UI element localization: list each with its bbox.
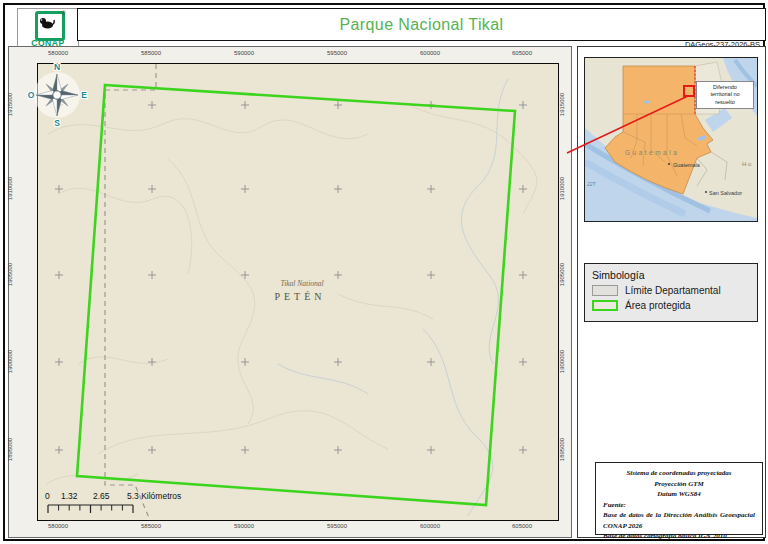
- conap-emblem-icon: [35, 11, 65, 41]
- legend-title: Simbología: [592, 269, 757, 281]
- inset-city-label: Guatemala: [673, 162, 701, 168]
- conap-logo: ® CONAP: [17, 8, 79, 49]
- departmental-limit-line: [105, 64, 156, 520]
- map-graphics: Tikal National PETÉN: [38, 64, 558, 520]
- scale-bar: 0 1.32 2.65 5.3 Kilómetros: [41, 491, 241, 523]
- xtick-bottom: 595000: [319, 523, 355, 529]
- diferendo-note: Diferendo territorial no resuelto: [696, 81, 754, 109]
- projection-line: Proyección GTM: [603, 479, 755, 490]
- xtick-top: 595000: [319, 50, 355, 56]
- xtick-bottom: 590000: [226, 523, 262, 529]
- scale-bar-ruler: [41, 504, 171, 516]
- ytick-left: 1910000: [7, 171, 16, 207]
- xtick-top: 585000: [133, 50, 169, 56]
- xtick-top: 580000: [40, 50, 76, 56]
- xtick-top: 605000: [504, 50, 540, 56]
- ytick-left: 1915000: [7, 87, 16, 123]
- inset-country-label: Guatemala: [625, 149, 679, 156]
- source-line-2: Base de datos cartografía básica IGN 201…: [603, 531, 755, 542]
- ytick-left: 1900000: [7, 344, 16, 380]
- crs-line: Sistema de coordenadas proyectadas: [603, 468, 755, 479]
- note-line: territorial no: [698, 91, 752, 98]
- xtick-bottom: 600000: [412, 523, 448, 529]
- xtick-top: 600000: [412, 50, 448, 56]
- side-panel: Guatemala Guatemala San Salvador H o 22T…: [577, 46, 766, 538]
- compass-e-label: E: [81, 90, 87, 100]
- map-sheet: ® CONAP Parque Nacional Tikal DAGeos-237…: [0, 0, 768, 544]
- ytick-right: 1895000: [559, 432, 568, 468]
- inset-grid-zone-label: 22T: [586, 181, 597, 187]
- legend-label: Área protegida: [625, 300, 691, 311]
- compass-n-label: N: [54, 62, 60, 72]
- place-label-peten: PETÉN: [274, 291, 325, 302]
- ytick-right: 1900000: [559, 344, 568, 380]
- title-bar: Parque Nacional Tikal: [77, 8, 766, 41]
- note-line: Diferendo: [698, 84, 752, 91]
- datum-line: Datum WGS84: [603, 489, 755, 500]
- fuente-label: Fuente:: [603, 500, 755, 511]
- place-label-tikal: Tikal National: [280, 279, 323, 288]
- scale-0: 0: [45, 491, 50, 501]
- ytick-left: 1905000: [7, 257, 16, 293]
- protected-area-swatch-icon: [592, 300, 618, 311]
- source-credits: Sistema de coordenadas proyectadas Proye…: [595, 462, 763, 535]
- xtick-top: 590000: [226, 50, 262, 56]
- map-frame: 580000 585000 590000 595000 600000 60500…: [8, 46, 572, 538]
- ytick-right: 1905000: [559, 257, 568, 293]
- source-line-1b: CONAP 2026: [603, 521, 755, 532]
- departmental-swatch-icon: [592, 285, 618, 296]
- compass-rose: N E S O: [27, 59, 91, 129]
- legend-item-area-protegida: Área protegida: [592, 300, 757, 311]
- compass-w-label: O: [28, 90, 35, 100]
- inset-honduras-label: H o: [742, 161, 752, 167]
- xtick-bottom: 605000: [504, 523, 540, 529]
- registered-mark: ®: [62, 10, 66, 16]
- map-canvas: Tikal National PETÉN: [37, 63, 559, 521]
- xtick-bottom: 585000: [133, 523, 169, 529]
- compass-s-label: S: [54, 118, 60, 128]
- ytick-right: 1915000: [559, 87, 568, 123]
- legend: Simbología Límite Departamental Área pro…: [584, 263, 758, 322]
- note-line: resuelto: [698, 99, 752, 106]
- scale-1-32: 1.32: [61, 491, 78, 501]
- page-title: Parque Nacional Tikal: [339, 16, 503, 34]
- legend-label: Límite Departamental: [625, 285, 721, 296]
- source-line-1a: Base de datos de la Dirección Análisis G…: [603, 510, 755, 521]
- scale-5-3: 5.3 Kilómetros: [127, 491, 181, 501]
- locator-inset-map: Guatemala Guatemala San Salvador H o 22T…: [584, 57, 758, 222]
- xtick-bottom: 580000: [40, 523, 76, 529]
- legend-item-departamental: Límite Departamental: [592, 285, 757, 296]
- scale-2-65: 2.65: [93, 491, 110, 501]
- inset-san-salvador-label: San Salvador: [709, 190, 742, 196]
- ytick-left: 1895000: [7, 432, 16, 468]
- ytick-right: 1910000: [559, 171, 568, 207]
